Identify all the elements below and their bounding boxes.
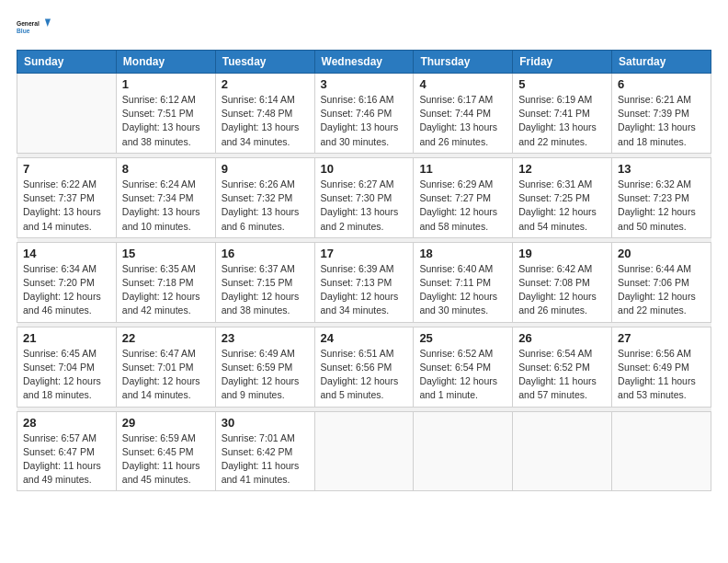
day-cell: 12Sunrise: 6:31 AM Sunset: 7:25 PM Dayli…: [513, 157, 612, 237]
day-cell: [513, 411, 612, 491]
day-info: Sunrise: 6:21 AM Sunset: 7:39 PM Dayligh…: [618, 93, 705, 149]
day-info: Sunrise: 6:45 AM Sunset: 7:04 PM Dayligh…: [23, 347, 110, 403]
day-info: Sunrise: 6:31 AM Sunset: 7:25 PM Dayligh…: [518, 178, 606, 234]
weekday-header-row: SundayMondayTuesdayWednesdayThursdayFrid…: [17, 51, 711, 74]
day-cell: 16Sunrise: 6:37 AM Sunset: 7:15 PM Dayli…: [215, 242, 314, 322]
day-cell: 26Sunrise: 6:54 AM Sunset: 6:52 PM Dayli…: [513, 327, 612, 407]
svg-marker-2: [45, 18, 51, 27]
day-cell: 18Sunrise: 6:40 AM Sunset: 7:11 PM Dayli…: [414, 242, 513, 322]
day-info: Sunrise: 6:44 AM Sunset: 7:06 PM Dayligh…: [618, 262, 705, 318]
day-number: 8: [122, 162, 210, 176]
day-number: 7: [23, 162, 110, 176]
weekday-header-monday: Monday: [116, 51, 215, 74]
week-row-5: 28Sunrise: 6:57 AM Sunset: 6:47 PM Dayli…: [17, 411, 711, 491]
day-number: 11: [419, 162, 506, 176]
day-cell: 28Sunrise: 6:57 AM Sunset: 6:47 PM Dayli…: [17, 411, 117, 491]
day-number: 26: [518, 331, 606, 345]
weekday-header-wednesday: Wednesday: [314, 51, 414, 74]
day-cell: 20Sunrise: 6:44 AM Sunset: 7:06 PM Dayli…: [612, 242, 711, 322]
day-info: Sunrise: 6:40 AM Sunset: 7:11 PM Dayligh…: [419, 262, 506, 318]
day-cell: 2Sunrise: 6:14 AM Sunset: 7:48 PM Daylig…: [215, 74, 314, 154]
day-cell: 23Sunrise: 6:49 AM Sunset: 6:59 PM Dayli…: [215, 327, 314, 407]
logo: GeneralBlue: [17, 9, 51, 44]
day-number: 23: [222, 331, 309, 345]
day-info: Sunrise: 6:57 AM Sunset: 6:47 PM Dayligh…: [23, 431, 110, 488]
day-cell: 19Sunrise: 6:42 AM Sunset: 7:08 PM Dayli…: [513, 242, 612, 322]
day-info: Sunrise: 6:49 AM Sunset: 6:59 PM Dayligh…: [222, 347, 309, 403]
day-number: 15: [122, 247, 210, 260]
day-number: 30: [222, 416, 309, 430]
day-info: Sunrise: 6:35 AM Sunset: 7:18 PM Dayligh…: [122, 262, 210, 318]
day-cell: [414, 411, 513, 491]
day-number: 21: [23, 331, 110, 345]
day-number: 14: [23, 247, 110, 260]
day-number: 10: [321, 162, 408, 176]
day-cell: 17Sunrise: 6:39 AM Sunset: 7:13 PM Dayli…: [314, 242, 414, 322]
day-number: 13: [618, 162, 705, 176]
header: GeneralBlue: [17, 9, 711, 44]
day-cell: 8Sunrise: 6:24 AM Sunset: 7:34 PM Daylig…: [116, 157, 215, 237]
week-row-3: 14Sunrise: 6:34 AM Sunset: 7:20 PM Dayli…: [17, 242, 711, 322]
week-row-2: 7Sunrise: 6:22 AM Sunset: 7:37 PM Daylig…: [17, 157, 711, 237]
day-number: 25: [419, 331, 506, 345]
day-number: 2: [222, 77, 309, 91]
day-number: 19: [518, 247, 606, 260]
day-number: 16: [222, 247, 309, 260]
day-cell: 1Sunrise: 6:12 AM Sunset: 7:51 PM Daylig…: [116, 74, 215, 154]
day-info: Sunrise: 6:17 AM Sunset: 7:44 PM Dayligh…: [419, 93, 506, 149]
day-number: 4: [419, 77, 506, 91]
weekday-header-thursday: Thursday: [414, 51, 513, 74]
weekday-header-friday: Friday: [513, 51, 612, 74]
day-number: 18: [419, 247, 506, 260]
day-cell: 11Sunrise: 6:29 AM Sunset: 7:27 PM Dayli…: [414, 157, 513, 237]
day-info: Sunrise: 7:01 AM Sunset: 6:42 PM Dayligh…: [222, 431, 309, 488]
day-cell: 15Sunrise: 6:35 AM Sunset: 7:18 PM Dayli…: [116, 242, 215, 322]
svg-text:General: General: [17, 20, 40, 27]
day-cell: 14Sunrise: 6:34 AM Sunset: 7:20 PM Dayli…: [17, 242, 117, 322]
day-info: Sunrise: 6:32 AM Sunset: 7:23 PM Dayligh…: [618, 178, 705, 234]
day-info: Sunrise: 6:59 AM Sunset: 6:45 PM Dayligh…: [122, 431, 210, 488]
day-number: 17: [321, 247, 408, 260]
day-cell: 9Sunrise: 6:26 AM Sunset: 7:32 PM Daylig…: [215, 157, 314, 237]
day-number: 12: [518, 162, 606, 176]
day-cell: 7Sunrise: 6:22 AM Sunset: 7:37 PM Daylig…: [17, 157, 117, 237]
day-info: Sunrise: 6:37 AM Sunset: 7:15 PM Dayligh…: [222, 262, 309, 318]
day-cell: 25Sunrise: 6:52 AM Sunset: 6:54 PM Dayli…: [414, 327, 513, 407]
day-info: Sunrise: 6:14 AM Sunset: 7:48 PM Dayligh…: [222, 93, 309, 149]
day-cell: 30Sunrise: 7:01 AM Sunset: 6:42 PM Dayli…: [215, 411, 314, 491]
day-cell: 4Sunrise: 6:17 AM Sunset: 7:44 PM Daylig…: [414, 74, 513, 154]
day-cell: 22Sunrise: 6:47 AM Sunset: 7:01 PM Dayli…: [116, 327, 215, 407]
logo-icon: GeneralBlue: [17, 9, 51, 44]
day-cell: 24Sunrise: 6:51 AM Sunset: 6:56 PM Dayli…: [314, 327, 414, 407]
day-cell: 21Sunrise: 6:45 AM Sunset: 7:04 PM Dayli…: [17, 327, 117, 407]
week-row-4: 21Sunrise: 6:45 AM Sunset: 7:04 PM Dayli…: [17, 327, 711, 407]
day-info: Sunrise: 6:47 AM Sunset: 7:01 PM Dayligh…: [122, 347, 210, 403]
calendar-table: SundayMondayTuesdayWednesdayThursdayFrid…: [17, 50, 711, 491]
day-cell: 6Sunrise: 6:21 AM Sunset: 7:39 PM Daylig…: [612, 74, 711, 154]
weekday-header-sunday: Sunday: [17, 51, 117, 74]
day-cell: 29Sunrise: 6:59 AM Sunset: 6:45 PM Dayli…: [116, 411, 215, 491]
day-info: Sunrise: 6:24 AM Sunset: 7:34 PM Dayligh…: [122, 178, 210, 234]
day-info: Sunrise: 6:22 AM Sunset: 7:37 PM Dayligh…: [23, 178, 110, 234]
day-cell: 5Sunrise: 6:19 AM Sunset: 7:41 PM Daylig…: [513, 74, 612, 154]
day-number: 22: [122, 331, 210, 345]
weekday-header-saturday: Saturday: [612, 51, 711, 74]
day-cell: [314, 411, 414, 491]
day-info: Sunrise: 6:27 AM Sunset: 7:30 PM Dayligh…: [321, 178, 408, 234]
day-cell: 10Sunrise: 6:27 AM Sunset: 7:30 PM Dayli…: [314, 157, 414, 237]
day-number: 1: [122, 77, 210, 91]
day-number: 6: [618, 77, 705, 91]
day-number: 27: [618, 331, 705, 345]
svg-text:Blue: Blue: [17, 28, 30, 34]
day-info: Sunrise: 6:29 AM Sunset: 7:27 PM Dayligh…: [419, 178, 506, 234]
day-info: Sunrise: 6:42 AM Sunset: 7:08 PM Dayligh…: [518, 262, 606, 318]
day-info: Sunrise: 6:16 AM Sunset: 7:46 PM Dayligh…: [321, 93, 408, 149]
day-info: Sunrise: 6:56 AM Sunset: 6:49 PM Dayligh…: [618, 347, 705, 403]
day-number: 29: [122, 416, 210, 430]
day-info: Sunrise: 6:26 AM Sunset: 7:32 PM Dayligh…: [222, 178, 309, 234]
day-info: Sunrise: 6:34 AM Sunset: 7:20 PM Dayligh…: [23, 262, 110, 318]
day-number: 9: [222, 162, 309, 176]
day-number: 24: [321, 331, 408, 345]
day-number: 5: [518, 77, 606, 91]
day-info: Sunrise: 6:39 AM Sunset: 7:13 PM Dayligh…: [321, 262, 408, 318]
